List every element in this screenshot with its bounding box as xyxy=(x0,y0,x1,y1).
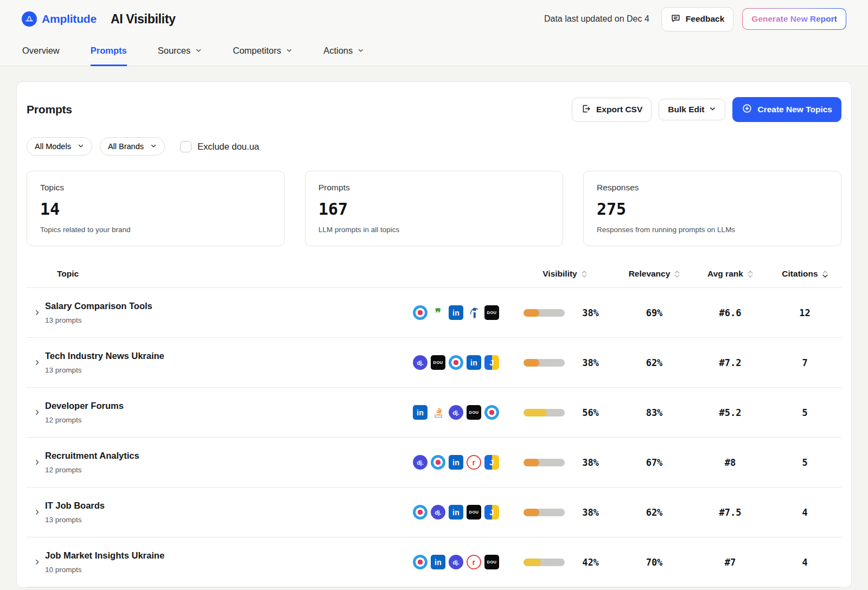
models-filter-dropdown[interactable]: All Models xyxy=(27,137,92,156)
relevancy-value: 62% xyxy=(646,357,663,368)
source-icons: in dj.DOU xyxy=(413,405,513,420)
column-header-relevancy[interactable]: Relevancy xyxy=(616,269,692,279)
table-row: Salary Comparison Tools13 prompts❞in DOU… xyxy=(27,287,841,337)
visibility-value: 42% xyxy=(565,557,616,568)
relevancy-value: 67% xyxy=(646,457,663,468)
column-header-group: Relevancy xyxy=(629,269,680,279)
table-row: Tech Industry News Ukraine13 promptsdj.D… xyxy=(27,337,841,387)
relevancy-cell: 70% xyxy=(616,557,692,568)
visibility-bar xyxy=(524,459,565,466)
source-icon-linkedin: in xyxy=(467,355,481,370)
expand-row-chevron-icon[interactable] xyxy=(27,459,45,466)
topic-name: Developer Forums xyxy=(45,401,124,411)
table-bottom-divider xyxy=(27,587,841,587)
sort-icon[interactable] xyxy=(748,271,753,278)
topic-prompt-count: 13 prompts xyxy=(45,366,164,374)
nav-tab-label: Overview xyxy=(22,46,60,56)
stat-card-topics: Topics14Topics related to your brand xyxy=(27,171,285,246)
column-header-label: Citations xyxy=(782,269,818,279)
topic-text: Developer Forums12 prompts xyxy=(45,401,124,424)
relevancy-cell: 83% xyxy=(616,407,692,418)
create-new-topics-button[interactable]: Create New Topics xyxy=(732,97,841,122)
table-row: Recruitment Analytics12 promptsdj.inrJ38… xyxy=(27,437,841,487)
relevancy-value: 70% xyxy=(646,557,663,568)
topic-text: Recruitment Analytics12 prompts xyxy=(45,451,139,474)
stats-row: Topics14Topics related to your brandProm… xyxy=(27,171,841,246)
column-header-label: Visibility xyxy=(542,269,577,279)
topic-cell: Job Market Insights Ukraine10 prompts xyxy=(27,550,413,574)
amplitude-logo-icon[interactable] xyxy=(22,11,37,27)
expand-row-chevron-icon[interactable] xyxy=(27,509,45,516)
generate-report-button[interactable]: Generate New Report xyxy=(742,8,846,30)
visibility-cell: 38% xyxy=(513,357,616,368)
visibility-bar xyxy=(524,559,565,566)
citations-value: 4 xyxy=(802,557,807,568)
nav-tab-overview[interactable]: Overview xyxy=(22,38,60,66)
column-header-visibility[interactable]: Visibility xyxy=(513,269,616,279)
avg-rank-value: #7.2 xyxy=(719,357,742,368)
card-title: Prompts xyxy=(27,103,72,116)
source-icon-robota xyxy=(413,505,427,520)
sort-icon[interactable] xyxy=(582,271,587,278)
sort-icon[interactable] xyxy=(674,271,680,278)
visibility-cell: 38% xyxy=(513,307,616,318)
source-icons: dj.DOUinJ xyxy=(413,355,513,370)
nav-tab-actions[interactable]: Actions xyxy=(323,38,364,66)
exclude-dou-checkbox[interactable] xyxy=(180,141,192,152)
citations-value: 7 xyxy=(802,357,807,368)
nav-tab-label: Sources xyxy=(158,46,191,56)
nav-tab-prompts[interactable]: Prompts xyxy=(91,38,127,66)
relevancy-cell: 62% xyxy=(616,357,692,368)
column-header-citations[interactable]: Citations xyxy=(768,269,841,279)
source-icon-rabota: r xyxy=(467,455,481,470)
visibility-value: 56% xyxy=(565,407,616,418)
visibility-cell: 56% xyxy=(513,407,616,418)
brands-filter-dropdown[interactable]: All Brands xyxy=(100,137,165,156)
sort-icon[interactable] xyxy=(822,271,828,278)
visibility-value: 38% xyxy=(565,457,616,468)
export-icon xyxy=(581,104,591,116)
table-row: Job Market Insights Ukraine10 promptsind… xyxy=(27,537,841,587)
nav-tab-competitors[interactable]: Competitors xyxy=(233,38,292,66)
stat-value: 275 xyxy=(597,200,828,219)
column-header-group: Avg rank xyxy=(707,269,753,279)
visibility-cell: 38% xyxy=(513,507,616,518)
source-icon-linkedin: in xyxy=(413,405,427,420)
citations-value: 4 xyxy=(802,507,807,518)
source-icon-djinni: dj. xyxy=(413,455,427,470)
bulk-edit-button[interactable]: Bulk Edit xyxy=(659,99,725,120)
column-header-group: Topic xyxy=(57,269,79,279)
source-icons: ❞in DOU xyxy=(413,305,513,320)
visibility-bar-fill xyxy=(524,359,539,367)
card-header: Prompts Export CSV Bulk Edit xyxy=(27,97,841,122)
table-header: TopicVisibility Relevancy Avg rank Citat… xyxy=(27,260,841,287)
source-icons: dj.inDOUJ xyxy=(413,505,513,520)
topic-prompt-count: 13 prompts xyxy=(45,316,152,324)
expand-row-chevron-icon[interactable] xyxy=(27,309,45,316)
expand-row-chevron-icon[interactable] xyxy=(27,409,45,416)
citations-value: 5 xyxy=(802,407,807,418)
expand-row-chevron-icon[interactable] xyxy=(27,559,45,566)
visibility-bar-fill xyxy=(524,559,541,566)
source-icon-indeed xyxy=(467,305,481,320)
nav-tab-sources[interactable]: Sources xyxy=(158,38,202,66)
expand-row-chevron-icon[interactable] xyxy=(27,359,45,366)
feedback-button[interactable]: Feedback xyxy=(661,7,734,31)
exclude-dou-checkbox-row[interactable]: Exclude dou.ua xyxy=(180,141,259,152)
export-csv-button[interactable]: Export CSV xyxy=(572,98,652,122)
column-header-label: Topic xyxy=(57,269,79,279)
column-header-group: Citations xyxy=(782,269,827,279)
topic-name: Tech Industry News Ukraine xyxy=(45,351,164,361)
stat-label: Responses xyxy=(597,183,828,193)
visibility-value: 38% xyxy=(565,507,616,518)
page-title: AI Visibility xyxy=(111,12,176,27)
topic-text: Tech Industry News Ukraine13 prompts xyxy=(45,351,164,374)
topic-text: Salary Comparison Tools13 prompts xyxy=(45,301,152,324)
source-icon-linkedin: in xyxy=(449,455,463,470)
avg-rank-cell: #7 xyxy=(692,557,768,568)
column-header-topic: Topic xyxy=(27,269,413,279)
column-header-avg-rank[interactable]: Avg rank xyxy=(692,269,768,279)
source-icon-rabota: r xyxy=(467,555,481,569)
avg-rank-value: #5.2 xyxy=(719,407,742,418)
topic-prompt-count: 10 prompts xyxy=(45,566,164,574)
